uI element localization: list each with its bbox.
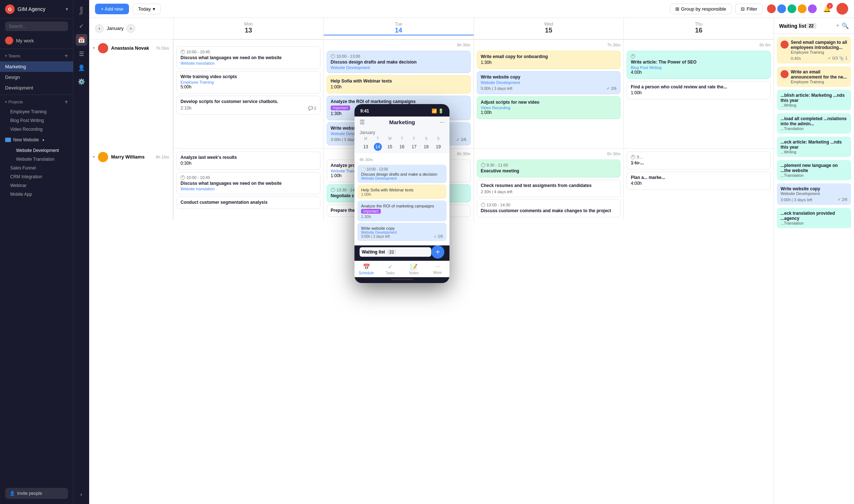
calendar-icon[interactable]: 📅	[76, 34, 87, 46]
my-work-label: My work	[16, 38, 34, 43]
sidebar-item-mobile-app[interactable]: Mobile App	[0, 190, 73, 199]
teams-chevron: ▾	[5, 54, 7, 58]
wait-item-marketing-article[interactable]: ...blish article: Marketing ...nds this …	[777, 90, 851, 110]
collapse-icon[interactable]: ‹	[76, 489, 87, 500]
task-analyze-results[interactable]: Analyze last week's results 0:30h	[177, 152, 320, 170]
notification-button[interactable]: 🔔 2	[821, 3, 833, 15]
mobile-day-17[interactable]: 17	[408, 143, 420, 151]
mobile-day-18[interactable]: 18	[420, 143, 432, 151]
mobile-menu-icon[interactable]: ☰	[360, 119, 365, 126]
wait-item-website-copy[interactable]: Write website copy Website Development 3…	[777, 183, 851, 205]
task-chatbot-scripts[interactable]: Develop scripts for customer service cha…	[177, 96, 320, 115]
add-team-button[interactable]: +	[65, 53, 68, 59]
search-input[interactable]	[5, 22, 68, 31]
next-month-button[interactable]: ›	[126, 24, 135, 33]
task-one-to-one[interactable]: 9:... 1-to-...	[627, 152, 771, 169]
sidebar-item-webinar[interactable]: Webinar	[0, 181, 73, 190]
mobile-day-15[interactable]: 15	[384, 143, 396, 151]
mobile-task-website-copy[interactable]: Write website copy Website Development 3…	[357, 223, 447, 241]
task-email-onboarding[interactable]: Write email copy for onboarding 1:30h	[477, 51, 621, 69]
mobile-task-roi[interactable]: Analyze the ROI of marketing campaigns i…	[357, 201, 447, 221]
anastasia-name: Anastasia Novak	[111, 45, 149, 51]
mobile-fab-button[interactable]: +	[431, 245, 444, 259]
avatar-4[interactable]	[797, 4, 807, 14]
sidebar-item-video-recording[interactable]: Video Recording	[0, 125, 73, 134]
task-design-drafts-tue[interactable]: 10:00 - 13:00 Discuss design drafts and …	[327, 51, 471, 73]
notes-icon: 📝	[410, 263, 418, 270]
add-waiting-button[interactable]: +	[836, 22, 839, 29]
sidebar-item-employee-training[interactable]: Employee Training	[0, 107, 73, 116]
mobile-nav-more-label: More	[433, 271, 442, 275]
task-seo-article[interactable]: Write article: The Power of SEO Blog Pos…	[627, 51, 771, 79]
avatar-2[interactable]	[777, 4, 787, 14]
sidebar-item-blog-post[interactable]: Blog Post Writing	[0, 116, 73, 125]
waiting-actions: + 🔍	[836, 22, 849, 29]
avatar-5[interactable]	[807, 4, 817, 14]
person-icon[interactable]: 👤	[76, 62, 87, 73]
task-segmentation[interactable]: Conduct customer segmentation analysis	[177, 196, 320, 209]
wait-item-check-translation[interactable]: ...eck translation provided ...agency ..…	[777, 208, 851, 228]
my-work-item[interactable]: My work	[0, 34, 73, 47]
task-website-translation-discuss[interactable]: 10:00 - 10:45 Discuss what languages we …	[177, 46, 320, 69]
add-new-button[interactable]: + Add new	[95, 4, 129, 14]
mobile-task-sofia-webinar[interactable]: Help Sofia with Webinar texts 1:00h	[357, 184, 447, 199]
list-icon[interactable]: ☰	[76, 48, 87, 60]
mobile-nav-tasks[interactable]: ✓ Tasks	[378, 263, 402, 275]
wait-item-check-article[interactable]: ...eck article: Marketing ...nds this ye…	[777, 137, 851, 157]
task-find-reviewer[interactable]: Find a person who could review and rate …	[627, 81, 771, 99]
sidebar-item-crm[interactable]: CRM Integration	[0, 172, 73, 181]
mobile-task-design-drafts[interactable]: 🕐 10:00 - 13:00 Discuss design drafts an…	[357, 165, 447, 183]
sidebar-item-sales-funnel[interactable]: Sales Funnel	[0, 164, 73, 172]
mobile-day-13[interactable]: 13	[360, 143, 372, 151]
sidebar-item-development[interactable]: Development	[0, 83, 73, 93]
wait-item-translations-admin[interactable]: ...load all completed ...nslations into …	[777, 113, 851, 134]
task-plan-market[interactable]: Plan a... marke... 4:00h	[627, 172, 771, 190]
task-sofia-webinar[interactable]: Help Sofia with Webinar texts 1:00h	[327, 75, 471, 93]
wait-item-email-announcement[interactable]: Write an email announcement for the ne..…	[777, 66, 851, 87]
teams-label: Teams	[8, 54, 20, 58]
anastasia-avatar	[98, 43, 108, 53]
task-training-scripts[interactable]: Write training video scripts Employee Tr…	[177, 71, 320, 93]
checkmark-icon[interactable]: ✓	[76, 20, 87, 32]
today-button[interactable]: Today ▾	[133, 4, 161, 14]
mobile-nav-more[interactable]: ··· More	[426, 263, 449, 275]
new-website-folder[interactable]: New Website ▾	[5, 135, 68, 144]
mobile-day-16[interactable]: 16	[396, 143, 408, 151]
avatar-1[interactable]	[766, 4, 777, 14]
gear-icon[interactable]: ⚙️	[76, 76, 87, 87]
sidebar-item-marketing[interactable]: Marketing	[0, 61, 73, 72]
user-avatar[interactable]	[836, 3, 848, 15]
avatar-3[interactable]	[787, 4, 797, 14]
mobile-day-19[interactable]: 19	[432, 143, 444, 151]
anastasia-collapse[interactable]: ▾	[93, 46, 95, 50]
task-website-copy-wed[interactable]: Write website copy Website Development 5…	[477, 71, 621, 94]
filter-button[interactable]: ⊟ Filter	[735, 4, 763, 14]
group-by-button[interactable]: ⊞ Group by responsible	[670, 4, 732, 14]
anastasia-wed-cell: 7h 30m Write email copy for onboarding 1…	[474, 39, 624, 148]
invite-label: Invite people	[17, 491, 42, 496]
mobile-waiting-badge: 22	[387, 249, 396, 255]
mobile-nav-notes[interactable]: 📝 Notes	[402, 263, 426, 275]
task-website-translation-marry[interactable]: 10:00 - 10:45 Discuss what languages we …	[177, 172, 320, 194]
add-project-button[interactable]: +	[65, 99, 68, 105]
search-waiting-button[interactable]: 🔍	[842, 22, 849, 29]
wait-item-new-language[interactable]: ...plement new language on ...the websit…	[777, 160, 851, 180]
sidebar-item-website-dev[interactable]: Website Development	[0, 146, 73, 155]
task-executive-meeting[interactable]: 9:30 - 11:00 Executive meeting	[477, 160, 621, 177]
sidebar-item-website-trans[interactable]: Website Translation	[0, 155, 73, 164]
task-adjust-scripts[interactable]: Adjust scripts for new video Video Recor…	[477, 96, 621, 119]
invite-people-button[interactable]: 👤 Invite people	[5, 488, 68, 499]
task-check-resumes[interactable]: Check resumes and test assigments from c…	[477, 180, 621, 197]
mobile-more-icon[interactable]: ···	[440, 119, 444, 126]
agency-chevron[interactable]: ▾	[66, 7, 68, 12]
wait-item-email-campaign[interactable]: Send email campaign to all employees int…	[777, 37, 851, 64]
mobile-nav-schedule[interactable]: 📅 Schedule	[354, 263, 378, 275]
marry-collapse[interactable]: ▾	[93, 154, 95, 159]
mobile-day-14[interactable]: 14	[374, 143, 382, 151]
filter-icon: ⊟	[741, 6, 745, 12]
clock-icon	[181, 50, 185, 54]
prev-month-button[interactable]: ‹	[95, 24, 104, 33]
task-customer-comments[interactable]: 13:00 - 14:30 Discuss customer comments …	[477, 199, 621, 217]
sidebar-item-design[interactable]: Design	[0, 72, 73, 83]
folder-chevron: ▾	[42, 138, 44, 142]
